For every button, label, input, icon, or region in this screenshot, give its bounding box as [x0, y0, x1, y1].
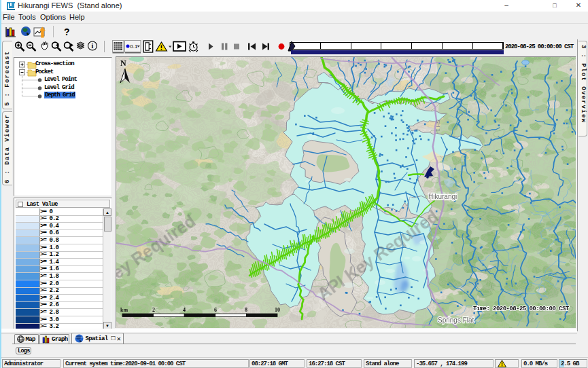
svg-text:i: i [92, 42, 94, 50]
svg-text:8: 8 [245, 307, 247, 313]
svg-text:2: 2 [152, 307, 155, 313]
svg-text:Time: 2020-08-25 00:00:00 CST: Time: 2020-08-25 00:00:00 CST [473, 306, 570, 312]
svg-text:Springs Flat: Springs Flat [438, 316, 474, 324]
svg-text:km: km [120, 307, 128, 313]
svg-text:6: 6 [214, 307, 217, 313]
svg-text:N: N [120, 58, 126, 68]
svg-text:SH 1: SH 1 [435, 119, 441, 132]
svg-text:?: ? [64, 26, 70, 37]
svg-text:0.1: 0.1 [130, 43, 138, 50]
svg-text:Hikurangi: Hikurangi [428, 193, 457, 200]
svg-text:4: 4 [183, 307, 186, 313]
svg-text:10: 10 [275, 307, 280, 313]
